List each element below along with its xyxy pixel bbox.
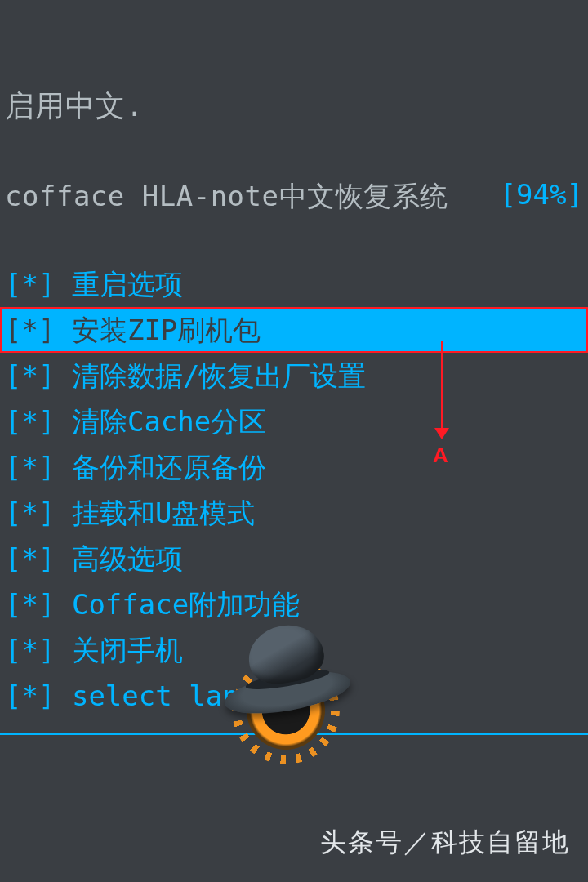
menu-item-wipe-data[interactable]: [*] 清除数据/恢复出厂设置 — [0, 353, 588, 399]
bullet-icon: [*] — [5, 268, 55, 301]
annotation-label: A — [433, 443, 448, 468]
main-menu: [*] 重启选项 [*] 安装ZIP刷机包 [*] 清除数据/恢复出厂设置 [*… — [0, 261, 588, 719]
menu-item-wipe-cache[interactable]: [*] 清除Cache分区 — [0, 399, 588, 444]
menu-divider — [0, 733, 588, 735]
menu-item-select-language[interactable]: [*] select language — [0, 673, 588, 719]
bullet-icon: [*] — [5, 634, 55, 666]
menu-item-label: 挂载和U盘模式 — [72, 497, 255, 529]
menu-item-power-off[interactable]: [*] 关闭手机 — [0, 627, 588, 673]
menu-item-label: 备份和还原备份 — [72, 451, 266, 483]
menu-item-label: Cofface附加功能 — [72, 588, 300, 621]
menu-item-label: 关闭手机 — [72, 634, 183, 666]
bullet-icon: [*] — [5, 497, 55, 529]
bullet-icon: [*] — [5, 679, 55, 712]
bullet-icon: [*] — [5, 359, 55, 392]
watermark-text: 头条号／科技自留地 — [320, 825, 570, 861]
menu-item-advanced[interactable]: [*] 高级选项 — [0, 536, 588, 581]
menu-item-label: 高级选项 — [72, 542, 183, 575]
menu-item-label: 清除数据/恢复出厂设置 — [72, 359, 366, 392]
menu-item-mounts-storage[interactable]: [*] 挂载和U盘模式 — [0, 490, 588, 536]
menu-item-label: 安装ZIP刷机包 — [72, 314, 261, 346]
bullet-icon: [*] — [5, 451, 55, 483]
menu-item-backup-restore[interactable]: [*] 备份和还原备份 — [0, 444, 588, 490]
menu-item-label: 清除Cache分区 — [72, 405, 266, 438]
recovery-screen: 启用中文. cofface HLA-note中文恢复系统 [94%] [*] 重… — [0, 0, 588, 882]
annotation-arrow-icon — [441, 341, 443, 430]
menu-item-cofface-extras[interactable]: [*] Cofface附加功能 — [0, 581, 588, 627]
menu-item-install-zip[interactable]: [*] 安装ZIP刷机包 — [0, 307, 588, 353]
recovery-title: cofface HLA-note中文恢复系统 — [5, 178, 448, 216]
menu-item-label: 重启选项 — [72, 268, 183, 301]
status-message: 启用中文. — [5, 87, 145, 127]
bullet-icon: [*] — [5, 314, 55, 346]
menu-item-label: select language — [72, 679, 323, 712]
bullet-icon: [*] — [5, 588, 55, 621]
battery-indicator: [94%] — [500, 178, 583, 211]
menu-item-reboot[interactable]: [*] 重启选项 — [0, 261, 588, 307]
bullet-icon: [*] — [5, 405, 55, 438]
bullet-icon: [*] — [5, 542, 55, 575]
